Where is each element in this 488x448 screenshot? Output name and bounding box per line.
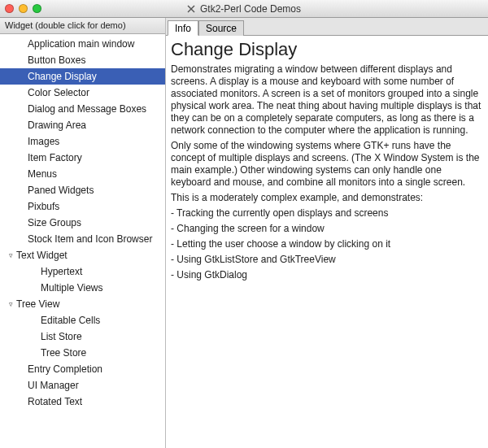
- expander-icon[interactable]: ▿: [5, 300, 16, 308]
- tree-item[interactable]: Rotated Text: [0, 394, 165, 410]
- tab-info[interactable]: Info: [168, 20, 198, 36]
- tree-item-label: Menus: [28, 168, 57, 180]
- zoom-icon[interactable]: [33, 4, 41, 13]
- info-bullet: - Letting the user choose a window by cl…: [171, 238, 483, 250]
- demo-tree[interactable]: Application main windowButton BoxesChang…: [0, 34, 165, 448]
- tree-item[interactable]: ▿Tree View: [0, 296, 165, 312]
- info-paragraph: This is a moderately complex example, an…: [171, 192, 483, 204]
- tree-item[interactable]: ▿Text Widget: [0, 247, 165, 263]
- tree-item-label: Hypertext: [41, 266, 82, 277]
- tree-item-label: Tree View: [16, 298, 59, 310]
- info-bullet: - Tracking the currently open displays a…: [171, 207, 483, 220]
- tree-item[interactable]: Hypertext: [0, 263, 165, 280]
- close-icon[interactable]: [5, 4, 14, 13]
- info-bullet: - Using GtkDialog: [171, 269, 483, 281]
- tree-item[interactable]: Item Factory: [0, 150, 165, 166]
- tree-item-label: Tree Store: [41, 347, 86, 359]
- tree-item[interactable]: Pixbufs: [0, 198, 165, 215]
- info-bullet: - Changing the screen for a window: [171, 223, 483, 235]
- sidebar: Widget (double click for demo) Applicati…: [0, 18, 166, 448]
- info-panel: Change Display Demonstrates migrating a …: [166, 36, 488, 448]
- tree-item[interactable]: Paned Widgets: [0, 182, 165, 198]
- tree-item-label: UI Manager: [28, 380, 79, 391]
- info-bullet: - Using GtkListStore and GtkTreeView: [171, 254, 483, 266]
- tree-item-label: Text Widget: [16, 250, 68, 261]
- tab-source[interactable]: Source: [198, 20, 244, 36]
- tree-item[interactable]: List Store: [0, 328, 165, 345]
- svg-line-1: [188, 6, 194, 12]
- expander-icon[interactable]: ▿: [5, 251, 16, 259]
- tree-item-label: Pixbufs: [28, 201, 59, 212]
- tree-item[interactable]: Editable Cells: [0, 312, 165, 328]
- window-titlebar: Gtk2-Perl Code Demos: [0, 0, 488, 18]
- tree-item-label: Drawing Area: [28, 120, 86, 131]
- tree-item-label: Entry Completion: [28, 363, 102, 375]
- tree-item[interactable]: Stock Item and Icon Browser: [0, 231, 165, 247]
- tree-item[interactable]: Tree Store: [0, 345, 165, 361]
- sidebar-header[interactable]: Widget (double click for demo): [0, 18, 165, 34]
- tree-item-label: Size Groups: [28, 217, 81, 228]
- x11-icon: [187, 5, 195, 13]
- tree-item[interactable]: Images: [0, 133, 165, 150]
- info-heading: Change Display: [171, 39, 483, 60]
- tree-item-label: Rotated Text: [28, 396, 82, 407]
- tree-item-label: Multiple Views: [41, 282, 102, 294]
- tab-bar: Info Source: [166, 18, 488, 36]
- tree-item[interactable]: Size Groups: [0, 215, 165, 231]
- tree-item[interactable]: Dialog and Message Boxes: [0, 101, 165, 117]
- svg-line-0: [188, 6, 194, 12]
- tree-item[interactable]: UI Manager: [0, 377, 165, 394]
- tree-item-label: List Store: [41, 331, 82, 342]
- tree-item-label: Paned Widgets: [28, 185, 94, 196]
- tree-item[interactable]: Menus: [0, 166, 165, 182]
- tree-item-label: Change Display: [28, 71, 97, 82]
- tree-item-label: Button Boxes: [28, 54, 85, 66]
- tree-item-label: Stock Item and Icon Browser: [28, 233, 152, 245]
- tree-item-label: Dialog and Message Boxes: [28, 103, 146, 115]
- window-title: Gtk2-Perl Code Demos: [200, 3, 301, 15]
- tree-item-label: Color Selector: [28, 87, 89, 98]
- tree-item-label: Editable Cells: [41, 315, 100, 326]
- tree-item[interactable]: Drawing Area: [0, 117, 165, 133]
- main-panel: Info Source Change Display Demonstrates …: [166, 18, 488, 448]
- info-paragraph: Only some of the windowing systems where…: [171, 140, 483, 189]
- tree-item[interactable]: Color Selector: [0, 85, 165, 101]
- window-controls: [5, 4, 41, 13]
- minimize-icon[interactable]: [19, 4, 28, 13]
- tree-item[interactable]: Multiple Views: [0, 280, 165, 296]
- tree-item-label: Images: [28, 136, 59, 147]
- tree-item[interactable]: Button Boxes: [0, 52, 165, 68]
- tree-item[interactable]: Change Display: [0, 68, 165, 85]
- tree-item-label: Application main window: [28, 38, 134, 50]
- tree-item-label: Item Factory: [28, 152, 82, 163]
- tree-item[interactable]: Entry Completion: [0, 361, 165, 377]
- info-paragraph: Demonstrates migrating a window between …: [171, 63, 483, 137]
- tree-item[interactable]: Application main window: [0, 36, 165, 52]
